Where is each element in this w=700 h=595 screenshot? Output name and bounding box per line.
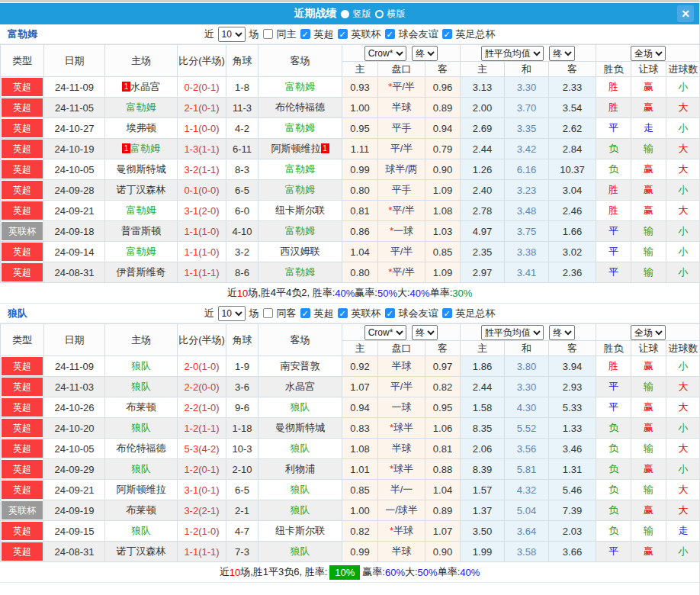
match-row: 英超24-10-20狼队1-2(1-1)1-18曼彻斯特城0.83*球半1.06… [1,418,700,439]
scope-select[interactable]: 全场 [631,46,666,61]
league-epl-checkbox[interactable]: ✓ [300,29,310,39]
match-count-select[interactable]: 10 [218,306,246,321]
subheader-odds-away: 客 [425,341,461,356]
radio-horizontal-layout[interactable] [375,10,384,18]
cell-score: 0-1(0-0) [178,180,226,201]
cell-avg-draw: 5.04 [505,500,549,521]
cell-handicap: 半球 [378,439,425,459]
avg-time-select[interactable]: 终 [549,46,575,61]
team-label: 阿斯顿维拉 [271,143,321,154]
avg-type-select[interactable]: 胜平负均值 [481,46,544,61]
cell-goals-result: 大 [666,480,700,500]
cell-league-type: 英超 [1,542,44,562]
odds-time-select[interactable]: 终 [412,325,438,340]
odds-source-select[interactable]: Crow* [364,46,406,61]
league-friendly-checkbox[interactable]: ✓ [385,308,395,318]
avg-group-header: 胜平负均值 终 [461,324,596,341]
match-row: 英超24-11-03狼队2-2(0-0)3-6水晶宫1.07平/半0.822.4… [1,377,700,397]
league-eflcup-label: 英联杯 [352,27,381,41]
cell-home-odds: 1.00 [342,500,378,521]
cell-corners: 3-6 [226,377,258,397]
close-button[interactable]: ✕ [677,5,694,22]
cell-avg-away: 3.66 [549,542,596,562]
league-facup-checkbox[interactable]: ✓ [442,29,452,39]
match-count-select[interactable]: 10 [218,27,246,42]
cell-goals-result: 小 [666,118,700,139]
cell-home-odds: 0.93 [342,77,378,98]
cell-score: 1-3(1-1) [178,139,226,159]
same-home-checkbox[interactable] [263,29,273,39]
league-eflcup-checkbox[interactable]: ✓ [338,29,348,39]
cell-score: 1-1(1-1) [178,262,226,283]
cell-handicap: 半球 [378,98,425,118]
team-section-fulham: 富勒姆 近 10 场 同主 ✓ 英超 ✓ 英联杯 ✓ 球会友谊 ✓ 英足总杯 [0,24,699,304]
same-away-checkbox[interactable] [263,308,273,318]
score-halftime: (1-1) [198,164,219,175]
cell-score: 3-2(2-1) [178,500,226,521]
team-label: 布莱顿 [127,401,156,413]
cell-date: 24-11-03 [44,377,105,397]
league-facup-checkbox[interactable]: ✓ [442,308,452,318]
cell-goals-result: 大 [666,159,700,180]
cell-avg-draw: 4.32 [505,480,549,500]
cell-home-odds: 0.82 [342,521,378,542]
cell-away-odds: 0.90 [425,159,461,180]
cell-team: 狼队 [105,521,178,542]
match-row: 英超24-09-15狼队1-2(1-0)4-7纽卡斯尔联0.82*半球1.073… [1,521,700,542]
radio-horizontal-label[interactable]: 横版 [387,8,406,21]
near-label: 近 [204,307,214,320]
cell-home-odds: 0.99 [342,159,378,180]
match-row: 英超24-11-09狼队2-0(1-0)1-9南安普敦0.92半球0.971.8… [1,356,700,377]
cell-away-odds: 1.09 [425,262,461,283]
cell-date: 24-09-21 [44,201,105,221]
cell-avg-home: 1.86 [461,356,505,377]
cell-result: 负 [596,139,631,159]
cell-avg-away: 2.33 [549,77,596,98]
handicap-label: 一球 [393,225,413,236]
radio-vertical-label[interactable]: 竖版 [353,8,371,21]
cell-goals-result: 小 [666,459,700,480]
cell-goals-result: 大 [666,397,700,418]
cell-avg-home: 2.00 [461,98,505,118]
match-row: 英超24-10-191富勒姆1-3(1-1)6-11阿斯顿维拉11.11平/半0… [1,139,700,159]
summary-segment: 场,胜4平4负2, 胜率: [248,286,335,300]
scope-select[interactable]: 全场 [631,325,666,340]
avg-type-select[interactable]: 胜平负均值 [481,325,544,340]
cell-team: 曼彻斯特城 [105,159,178,180]
league-epl-checkbox[interactable]: ✓ [300,308,310,318]
cell-avg-draw: 3.23 [505,180,549,201]
team-label: 布伦特福德 [117,442,166,454]
summary-segment: 40% [460,567,480,578]
cell-handicap-result: 走 [631,118,666,139]
avg-time-select[interactable]: 终 [549,325,575,340]
handicap-label: 平/半 [392,204,415,216]
cell-handicap-result: 赢 [631,98,666,118]
score-fulltime: 0-2 [184,82,198,93]
cell-goals-result: 走 [666,521,700,542]
cell-league-type: 英超 [1,201,44,221]
cell-avg-home: 2.44 [461,139,505,159]
odds-time-select[interactable]: 终 [412,46,438,61]
cell-team: 狼队 [258,542,342,562]
subheader-handicap: 盘口 [378,62,425,77]
summary-segment: 40% [335,288,355,299]
radio-vertical-layout[interactable] [341,10,349,18]
cell-score: 1-1(1-0) [178,221,226,242]
cell-team: 纽卡斯尔联 [258,521,342,542]
cell-corners: 6-5 [226,480,258,500]
odds-group-header: Crow* 终 [342,324,461,341]
league-eflcup-checkbox[interactable]: ✓ [338,308,348,318]
cell-handicap: *平/半 [378,77,425,98]
cell-avg-draw: 3.80 [505,356,549,377]
team-label: 狼队 [131,360,151,371]
titlebar: 近期战绩 竖版 横版 ✕ [0,3,699,24]
league-friendly-checkbox[interactable]: ✓ [385,29,395,39]
cell-goals-result: 小 [666,180,700,201]
score-halftime: (0-1) [198,102,219,114]
cell-team: 狼队 [258,397,342,418]
cell-team: 狼队 [105,418,178,439]
score-fulltime: 0-1 [184,185,198,196]
summary-segment: 50% [377,288,397,299]
odds-source-select[interactable]: Crow* [364,325,406,340]
cell-avg-draw: 3.42 [505,139,549,159]
